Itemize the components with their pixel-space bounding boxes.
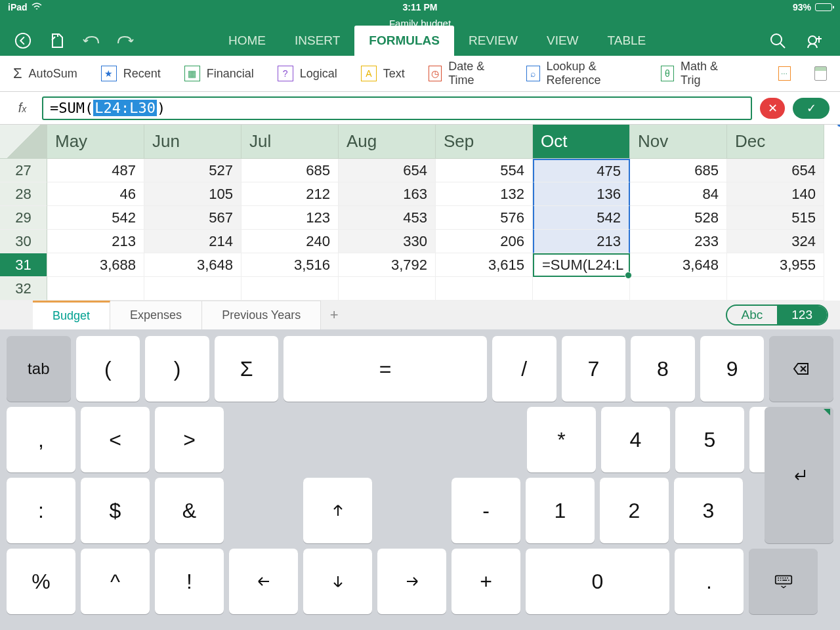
- cell-r32-c4[interactable]: [436, 277, 533, 301]
- col-header-jul[interactable]: Jul: [242, 125, 339, 159]
- cell-r29-c5[interactable]: 542: [533, 206, 630, 230]
- cell-r32-c3[interactable]: [339, 277, 436, 301]
- key-5[interactable]: 5: [675, 407, 744, 472]
- key-8[interactable]: 8: [631, 336, 695, 402]
- key-star[interactable]: *: [527, 407, 596, 472]
- key-7[interactable]: 7: [562, 336, 626, 402]
- sheet-tab-budget[interactable]: Budget: [33, 301, 110, 329]
- key-dot[interactable]: .: [675, 549, 744, 614]
- cell-r30-c3[interactable]: 330: [339, 230, 436, 253]
- tab-view[interactable]: VIEW: [532, 26, 593, 56]
- key-right[interactable]: [377, 549, 446, 614]
- cell-r30-c2[interactable]: 240: [242, 230, 339, 253]
- key-down[interactable]: [303, 549, 372, 614]
- cell-r30-c4[interactable]: 206: [436, 230, 533, 253]
- cell-r31-c7[interactable]: 3,955: [727, 253, 824, 277]
- redo-icon[interactable]: [117, 32, 134, 49]
- tab-insert[interactable]: INSERT: [280, 26, 354, 56]
- key-caret[interactable]: ^: [81, 549, 150, 614]
- cell-r29-c0[interactable]: 542: [47, 206, 144, 230]
- tab-home[interactable]: HOME: [214, 26, 280, 56]
- key-rparen[interactable]: ): [145, 336, 209, 402]
- cell-r30-c0[interactable]: 213: [47, 230, 144, 253]
- key-excl[interactable]: !: [155, 549, 224, 614]
- cell-r29-c2[interactable]: 123: [242, 206, 339, 230]
- cell-r31-c3[interactable]: 3,792: [339, 253, 436, 277]
- cell-r27-c6[interactable]: 685: [630, 159, 727, 182]
- cell-r31-c6[interactable]: 3,648: [630, 253, 727, 277]
- cell-r30-c6[interactable]: 233: [630, 230, 727, 253]
- cell-r32-c7[interactable]: [727, 277, 824, 301]
- cell-r27-c0[interactable]: 487: [47, 159, 144, 182]
- key-0[interactable]: 0: [526, 549, 669, 614]
- share-icon[interactable]: [806, 32, 823, 49]
- key-up[interactable]: [303, 478, 372, 543]
- tab-formulas[interactable]: FORMULAS: [354, 26, 454, 56]
- mode-abc[interactable]: Abc: [727, 306, 778, 324]
- cell-r29-c4[interactable]: 576: [436, 206, 533, 230]
- key-lt[interactable]: <: [81, 407, 150, 472]
- keyboard-mode-switch[interactable]: Abc 123: [726, 304, 828, 326]
- formula-confirm-button[interactable]: ✓: [793, 98, 830, 119]
- cell-r30-c5[interactable]: 213: [533, 230, 630, 253]
- key-2[interactable]: 2: [600, 478, 669, 543]
- sheet-tab-previous[interactable]: Previous Years: [202, 301, 321, 329]
- ribbon-calculator-icon[interactable]: [814, 66, 827, 81]
- col-header-may[interactable]: May: [47, 125, 144, 159]
- row-header-30[interactable]: 30: [0, 230, 47, 253]
- cell-r31-c2[interactable]: 3,516: [242, 253, 339, 277]
- cell-r28-c6[interactable]: 84: [630, 182, 727, 206]
- key-percent[interactable]: %: [7, 549, 75, 614]
- cell-r28-c4[interactable]: 132: [436, 182, 533, 206]
- key-equals[interactable]: =: [284, 336, 487, 402]
- cell-r29-c1[interactable]: 567: [144, 206, 242, 230]
- ribbon-recent[interactable]: ★Recent: [101, 66, 161, 81]
- spreadsheet-grid[interactable]: MayJunJulAugSepOctNovDec2748752768565455…: [0, 125, 840, 301]
- tab-table[interactable]: TABLE: [593, 26, 661, 56]
- cell-r32-c5[interactable]: [533, 277, 630, 301]
- cell-r27-c4[interactable]: 554: [436, 159, 533, 182]
- col-header-oct[interactable]: Oct: [533, 125, 630, 159]
- ribbon-financial[interactable]: ▦Financial: [184, 66, 254, 81]
- cell-r32-c1[interactable]: [144, 277, 242, 301]
- cell-r32-c6[interactable]: [630, 277, 727, 301]
- ribbon-more-icon[interactable]: ⋯: [778, 66, 791, 81]
- cell-r28-c7[interactable]: 140: [727, 182, 824, 206]
- key-minus[interactable]: -: [452, 478, 520, 543]
- cell-r32-c2[interactable]: [242, 277, 339, 301]
- row-header-31[interactable]: 31: [0, 253, 47, 277]
- key-enter[interactable]: [765, 407, 833, 543]
- key-3[interactable]: 3: [674, 478, 743, 543]
- key-1[interactable]: 1: [526, 478, 595, 543]
- formula-input[interactable]: =SUM(L24:L30): [42, 96, 752, 120]
- col-header-nov[interactable]: Nov: [630, 125, 727, 159]
- cell-r28-c1[interactable]: 105: [144, 182, 242, 206]
- key-colon[interactable]: :: [7, 478, 75, 543]
- formula-cancel-button[interactable]: ✕: [760, 98, 785, 119]
- key-amp[interactable]: &: [155, 478, 224, 543]
- tab-review[interactable]: REVIEW: [454, 26, 532, 56]
- row-header-28[interactable]: 28: [0, 182, 47, 206]
- add-sheet-button[interactable]: +: [321, 301, 347, 329]
- key-lparen[interactable]: (: [76, 336, 140, 402]
- col-header-dec[interactable]: Dec: [727, 125, 824, 159]
- sheet-tab-expenses[interactable]: Expenses: [110, 301, 202, 329]
- key-sigma[interactable]: Σ: [215, 336, 279, 402]
- key-4[interactable]: 4: [601, 407, 670, 472]
- ribbon-text[interactable]: AText: [361, 66, 405, 81]
- ribbon-math[interactable]: θMath & Trig: [661, 60, 731, 87]
- cell-r27-c5[interactable]: 475: [533, 159, 630, 182]
- key-tab[interactable]: tab: [7, 336, 71, 402]
- col-header-aug[interactable]: Aug: [339, 125, 436, 159]
- row-header-29[interactable]: 29: [0, 206, 47, 230]
- cell-r28-c5[interactable]: 136: [533, 182, 630, 206]
- key-comma[interactable]: ,: [7, 407, 75, 472]
- cell-r29-c6[interactable]: 528: [630, 206, 727, 230]
- row-header-32[interactable]: 32: [0, 277, 47, 301]
- cell-r29-c3[interactable]: 453: [339, 206, 436, 230]
- col-header-sep[interactable]: Sep: [436, 125, 533, 159]
- key-backspace[interactable]: [769, 336, 833, 402]
- cell-r27-c3[interactable]: 654: [339, 159, 436, 182]
- cell-r28-c3[interactable]: 163: [339, 182, 436, 206]
- key-slash[interactable]: /: [492, 336, 556, 402]
